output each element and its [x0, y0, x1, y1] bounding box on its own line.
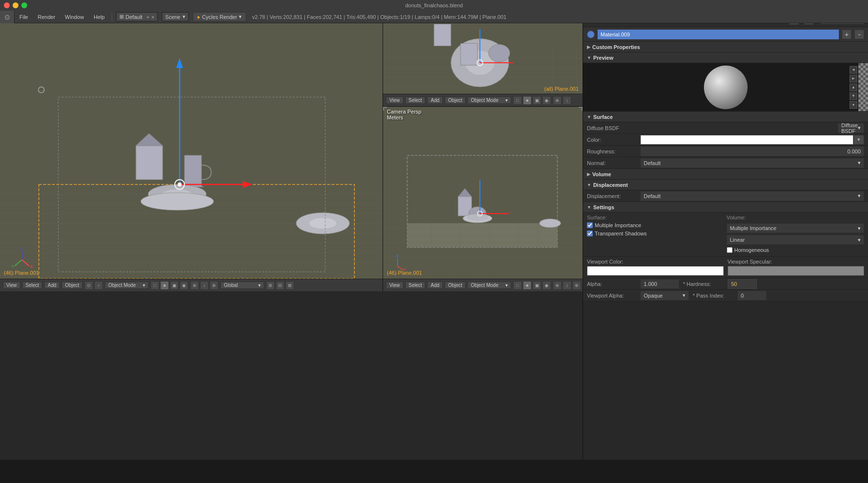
linear-dropdown[interactable]: Linear ▾	[727, 235, 865, 245]
icon-6[interactable]: ⊠	[285, 281, 294, 290]
scene-selector[interactable]: Scene ▾	[162, 12, 188, 21]
minimize-button[interactable]	[13, 2, 18, 8]
preview-ctrl-1[interactable]: ◄	[850, 66, 857, 74]
br-s1[interactable]: □	[513, 281, 522, 290]
tr-extra[interactable]: ⊕ ↕	[553, 96, 571, 105]
shading-wire[interactable]: □	[150, 281, 159, 290]
shading-icons[interactable]: □ ■ ▣ ◉	[150, 281, 188, 290]
br-mode[interactable]: Object Mode ▾	[467, 282, 511, 289]
layout-close[interactable]: ×	[151, 14, 154, 20]
br-select[interactable]: Select	[405, 282, 426, 289]
br-e2[interactable]: ↕	[563, 281, 571, 290]
bottom-right-viewport[interactable]: Camera Persp Meters	[383, 107, 583, 291]
preview-section-header[interactable]: ▼ Preview	[583, 52, 868, 63]
object-menu[interactable]: Object	[62, 282, 83, 289]
br-e3[interactable]: ⊗	[572, 281, 581, 290]
tr-icon-2[interactable]: ■	[523, 96, 532, 105]
top-right-toolbar[interactable]: View Select Add Object Object Mode ▾ □ ■…	[383, 94, 583, 106]
mode-icon-2[interactable]: ○	[94, 281, 103, 290]
tr-extra-1[interactable]: ⊕	[553, 96, 562, 105]
viewport-specular-swatch[interactable]	[728, 266, 865, 276]
tr-select[interactable]: Select	[405, 97, 426, 104]
select-menu[interactable]: Select	[22, 282, 43, 289]
close-button[interactable]	[4, 2, 10, 8]
br-s3[interactable]: ▣	[533, 281, 541, 290]
volume-section-header[interactable]: ▶ Volume	[583, 169, 868, 180]
layout-selector[interactable]: ⊞ Default + ×	[116, 12, 158, 21]
custom-properties-header[interactable]: ▶ Custom Properties	[583, 42, 868, 52]
add-menu[interactable]: Add	[44, 282, 60, 289]
window-buttons[interactable]	[4, 2, 27, 8]
icon-2[interactable]: ↕	[200, 281, 209, 290]
hardness-field[interactable]: 50	[728, 279, 757, 289]
normal-dropdown[interactable]: Default ▾	[640, 158, 864, 168]
br-add[interactable]: Add	[427, 282, 443, 289]
settings-header[interactable]: ▼ Settings	[583, 202, 868, 213]
shading-render[interactable]: ◉	[180, 281, 188, 290]
preview-ctrl-4[interactable]: ▼	[850, 92, 857, 100]
br-s4[interactable]: ◉	[542, 281, 551, 290]
view-menu[interactable]: View	[3, 282, 20, 289]
alpha-field[interactable]: 1.000	[640, 279, 679, 289]
shading-texture[interactable]: ▣	[170, 281, 179, 290]
br-shading[interactable]: □ ■ ▣ ◉	[513, 281, 551, 290]
br-s2[interactable]: ■	[523, 281, 532, 290]
br-e1[interactable]: ⊕	[553, 281, 562, 290]
br-extra-icons[interactable]: ⊕ ↕ ⊗	[553, 281, 581, 290]
br-toolbar[interactable]: View Select Add Object Object Mode ▾ □ ■…	[383, 279, 583, 291]
br-view[interactable]: View	[386, 282, 403, 289]
menu-file[interactable]: File	[15, 11, 33, 23]
menu-help[interactable]: Help	[89, 11, 110, 23]
icon-5[interactable]: ⊟	[276, 281, 284, 290]
surface-section-header[interactable]: ▼ Surface	[583, 112, 868, 122]
main-3d-viewport[interactable]: User Persp Meters	[0, 0, 383, 291]
surface-type-dropdown[interactable]: Diffuse BSDF ▾	[838, 123, 864, 133]
viewport-alpha-dropdown[interactable]: Opaque ▾	[640, 291, 689, 300]
color-picker-btn[interactable]: ▾	[853, 135, 864, 145]
tr-shading[interactable]: □ ■ ▣ ◉	[513, 96, 551, 105]
engine-selector[interactable]: ● Cycles Render ▾	[193, 12, 247, 21]
mode-icon-1[interactable]: ⊙	[84, 281, 93, 290]
preview-ctrl-3[interactable]: ▲	[850, 83, 857, 91]
roughness-track[interactable]: 0.000	[640, 147, 864, 156]
transparent-shadows-checkbox[interactable]	[587, 231, 593, 236]
icon-4[interactable]: ⊞	[266, 281, 275, 290]
material-name-input[interactable]	[598, 30, 839, 39]
properties-main[interactable]: ▶ Custom Properties ▼ Preview ◄ ► ▲ ▼ ●	[583, 42, 868, 460]
more-icons[interactable]: ⊞ ⊟ ⊠	[266, 281, 294, 290]
tr-object[interactable]: Object	[445, 97, 466, 104]
multiple-importance-checkbox[interactable]	[587, 222, 593, 228]
shading-solid[interactable]: ■	[160, 281, 169, 290]
layout-add[interactable]: +	[146, 14, 149, 20]
tr-icon-3[interactable]: ▣	[533, 96, 541, 105]
tr-icon-1[interactable]: □	[513, 96, 522, 105]
displacement-header[interactable]: ▼ Displacement	[583, 180, 868, 190]
disp-dropdown[interactable]: Default ▾	[640, 191, 864, 201]
mi-dropdown[interactable]: Multiple Importance ▾	[727, 223, 865, 233]
tr-view[interactable]: View	[386, 97, 403, 104]
object-mode-dropdown[interactable]: Object Mode ▾	[105, 282, 149, 289]
tr-mode[interactable]: Object Mode ▾	[467, 97, 511, 104]
homogeneous-checkbox[interactable]	[727, 247, 733, 253]
preview-controls[interactable]: ◄ ► ▲ ▼ ●	[850, 63, 857, 111]
maximize-button[interactable]	[21, 2, 27, 8]
main-viewport-toolbar[interactable]: View Select Add Object ⊙ ○ Object Mode ▾…	[0, 279, 383, 291]
tr-icon-4[interactable]: ◉	[542, 96, 551, 105]
extra-icons[interactable]: ⊕ ↕ ⊗	[190, 281, 218, 290]
menu-window[interactable]: Window	[60, 11, 89, 23]
preview-ctrl-5[interactable]: ●	[850, 101, 857, 109]
tr-extra-2[interactable]: ↕	[563, 96, 571, 105]
mode-icons[interactable]: ⊙ ○	[84, 281, 103, 290]
br-object[interactable]: Object	[445, 282, 466, 289]
global-dropdown[interactable]: Global ▾	[220, 282, 264, 289]
icon-3[interactable]: ⊗	[210, 281, 218, 290]
menu-render[interactable]: Render	[33, 11, 60, 23]
pass-index-field[interactable]: 0	[737, 291, 767, 300]
tr-add[interactable]: Add	[427, 97, 443, 104]
icon-1[interactable]: ⊕	[190, 281, 199, 290]
mat-remove-btn[interactable]: -	[854, 30, 864, 39]
preview-ctrl-2[interactable]: ►	[850, 75, 857, 83]
color-swatch[interactable]	[640, 135, 853, 145]
viewport-color-swatch[interactable]	[587, 266, 724, 276]
mat-add-btn[interactable]: +	[842, 30, 851, 39]
